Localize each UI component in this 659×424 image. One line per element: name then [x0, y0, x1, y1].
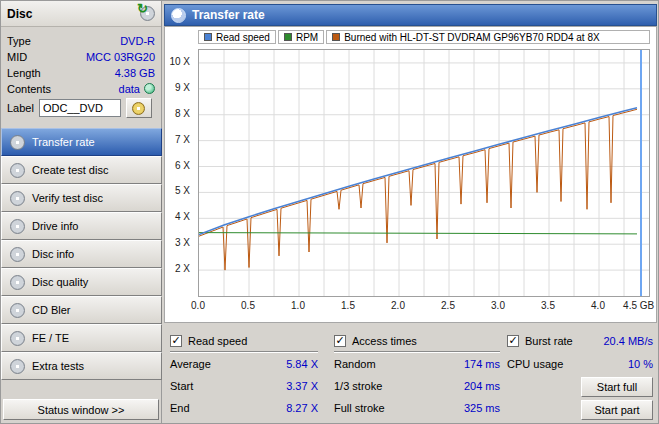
disc-field-type: Type DVD-R — [7, 33, 155, 48]
y-tick-label: 6 X — [165, 160, 190, 171]
sidebar-item-fe-te[interactable]: FE / TE — [1, 324, 162, 352]
x-tick-label: 1.0 — [291, 300, 305, 311]
disc-field-mid: MID MCC 03RG20 — [7, 49, 155, 64]
sidebar-item-extra-tests[interactable]: Extra tests — [1, 352, 162, 380]
stat-value: 325 ms — [464, 402, 500, 416]
sidebar-item-create-test-disc[interactable]: Create test disc — [1, 156, 162, 184]
stat-label: Average — [170, 358, 211, 372]
cpu-usage-value: 10 % — [628, 358, 653, 372]
disc-icon — [10, 219, 25, 234]
field-label: Contents — [7, 83, 51, 95]
sidebar-item-drive-info[interactable]: Drive info — [1, 212, 162, 240]
sidebar-item-cd-bler[interactable]: CD Bler — [1, 296, 162, 324]
legend-swatch-green — [284, 33, 292, 41]
stat-value: 5.84 X — [286, 358, 318, 372]
y-tick-label: 2 X — [165, 263, 190, 274]
legend-swatch-orange — [332, 33, 340, 41]
x-tick-label: 3.5 — [541, 300, 555, 311]
sidebar-item-label: Create test disc — [32, 164, 108, 176]
access-times-checkbox[interactable]: ✓ — [334, 335, 346, 347]
legend-swatch-blue — [204, 33, 212, 41]
stat-label: Random — [334, 358, 376, 372]
odc-logo-icon — [171, 8, 186, 23]
disc-icon — [10, 135, 25, 150]
y-tick-label: 7 X — [165, 134, 190, 145]
plot-area — [198, 49, 650, 297]
read-speed-group: ✓ Read speed Average5.84 X Start3.37 X E… — [170, 331, 318, 424]
y-tick-label: 9 X — [165, 82, 190, 93]
x-tick-label: 2.0 — [391, 300, 405, 311]
disc-field-contents: Contents data — [7, 81, 155, 96]
stat-label: End — [170, 402, 190, 416]
access-times-group: ✓ Access times Random174 ms 1/3 stroke20… — [334, 331, 500, 424]
legend-burned: Burned with HL-DT-ST DVDRAM GP96YB70 RDD… — [326, 30, 650, 44]
disc-icon — [10, 359, 25, 374]
field-value: DVD-R — [120, 35, 155, 47]
burst-rate-checkbox-label: Burst rate — [525, 335, 573, 347]
status-window-button[interactable]: Status window >> — [3, 399, 159, 420]
results-panel: ✓ Read speed Average5.84 X Start3.37 X E… — [162, 331, 659, 424]
main-area: Transfer rate Read speed RPM Burned with… — [162, 1, 659, 424]
y-tick-label: 3 X — [165, 237, 190, 248]
read-speed-checkbox-label: Read speed — [188, 335, 247, 347]
transfer-rate-chart: Read speed RPM Burned with HL-DT-ST DVDR… — [164, 26, 657, 323]
sidebar-item-label: CD Bler — [32, 304, 71, 316]
disc-panel-header: Disc ↻ — [1, 1, 161, 27]
disc-panel-title: Disc — [7, 7, 140, 21]
sidebar-item-disc-quality[interactable]: Disc quality — [1, 268, 162, 296]
app-window: Disc ↻ Type DVD-R MID MCC 03RG20 Length … — [0, 0, 659, 424]
read-speed-checkbox[interactable]: ✓ — [170, 335, 182, 347]
y-tick-label: 8 X — [165, 108, 190, 119]
field-label: MID — [7, 51, 27, 63]
page-title: Transfer rate — [192, 8, 265, 22]
divider — [170, 351, 318, 353]
disc-icon — [10, 275, 25, 290]
page-title-bar: Transfer rate — [164, 4, 657, 26]
stat-label: Full stroke — [334, 402, 385, 416]
x-tick-label: 3.0 — [491, 300, 505, 311]
start-full-button[interactable]: Start full — [581, 377, 653, 397]
stat-label: Start — [170, 380, 193, 394]
stat-label: 1/3 stroke — [334, 380, 382, 394]
burst-rate-value: 20.4 MB/s — [603, 335, 653, 347]
sidebar-item-label: Disc quality — [32, 276, 88, 288]
start-part-button[interactable]: Start part — [581, 400, 653, 420]
sidebar-item-label: Disc info — [32, 248, 74, 260]
cpu-usage-label: CPU usage — [507, 358, 563, 372]
burst-rate-group: ✓ Burst rate 20.4 MB/s CPU usage10 % Sta… — [507, 331, 653, 424]
sidebar-item-label: Verify test disc — [32, 192, 103, 204]
refresh-disc-icon[interactable]: ↻ — [140, 6, 155, 21]
x-tick-label: 0.0 — [191, 300, 205, 311]
y-tick-label: 4 X — [165, 211, 190, 222]
x-tick-label: 0.5 — [241, 300, 255, 311]
disc-icon — [10, 163, 25, 178]
sidebar-item-disc-info[interactable]: Disc info — [1, 240, 162, 268]
x-tick-label: 4.0 — [591, 300, 605, 311]
browse-disc-button[interactable] — [126, 98, 152, 118]
disc-icon — [10, 331, 25, 346]
burst-rate-checkbox[interactable]: ✓ — [507, 335, 519, 347]
x-tick-label: 4.5 GB — [623, 300, 654, 311]
disc-label-input[interactable] — [39, 99, 121, 117]
label-field-label: Label — [7, 102, 34, 114]
sidebar: Disc ↻ Type DVD-R MID MCC 03RG20 Length … — [1, 1, 162, 424]
sidebar-item-transfer-rate[interactable]: Transfer rate — [1, 128, 162, 156]
y-tick-label: 5 X — [165, 185, 190, 196]
field-value: MCC 03RG20 — [86, 51, 155, 63]
y-axis-labels: 10 X 9 X 8 X 7 X 6 X 5 X 4 X 3 X 2 X — [165, 49, 194, 297]
disc-label-row: Label — [7, 97, 157, 119]
access-times-checkbox-label: Access times — [352, 335, 417, 347]
contents-icon — [144, 83, 155, 94]
x-tick-label: 2.5 — [441, 300, 455, 311]
sidebar-item-label: Drive info — [32, 220, 78, 232]
legend-rpm: RPM — [278, 30, 324, 44]
stat-value: 174 ms — [464, 358, 500, 372]
disc-field-length: Length 4.38 GB — [7, 65, 155, 80]
gold-disc-icon — [132, 102, 145, 115]
contents-data-link[interactable]: data — [119, 83, 140, 95]
sidebar-item-label: FE / TE — [32, 332, 69, 344]
field-label: Type — [7, 35, 31, 47]
sidebar-item-verify-test-disc[interactable]: Verify test disc — [1, 184, 162, 212]
stat-value: 3.37 X — [286, 380, 318, 394]
stat-value: 8.27 X — [286, 402, 318, 416]
